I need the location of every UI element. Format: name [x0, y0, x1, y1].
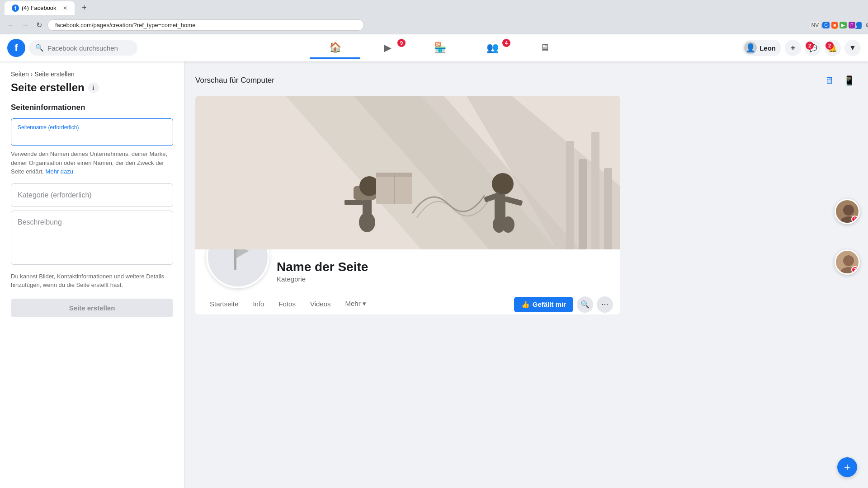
add-float-button[interactable]: +: [837, 457, 857, 477]
address-bar-icons: ☆ 🔒 NV G ■ ▶ P f ⚙ ⋮ 👤: [818, 21, 863, 30]
nav-watch[interactable]: ▶ 9: [362, 37, 413, 59]
plus-icon: +: [791, 43, 796, 53]
search-input[interactable]: [47, 44, 129, 52]
tab-title: (4) Facebook: [22, 5, 57, 11]
extension-icons: NV G ■ ▶ P f ⚙ ⋮: [842, 21, 851, 30]
preview-title: Vorschau für Computer: [195, 76, 274, 85]
description-field[interactable]: Beschreibung: [11, 211, 173, 265]
page-tabs: Startseite Info Fotos Videos Mehr ▾ 👍: [195, 294, 620, 314]
preview-header: Vorschau für Computer 🖥 📱: [195, 72, 857, 89]
watch-icon: ▶: [384, 42, 392, 54]
info-button[interactable]: ℹ: [88, 82, 99, 93]
add-float-icon: +: [844, 461, 850, 474]
ellipsis-icon: ···: [601, 300, 608, 309]
breadcrumb-pages-link[interactable]: Seiten: [11, 70, 29, 78]
user-name: Leon: [760, 44, 776, 52]
preview-page-name: Name der Seite: [277, 260, 368, 274]
user-profile-icon[interactable]: 👤: [854, 21, 863, 30]
page-details: Name der Seite Kategorie: [277, 260, 368, 288]
page-name-input[interactable]: [18, 132, 166, 140]
category-field[interactable]: Kategorie (erforderlich): [11, 183, 173, 207]
messenger-badge: 2: [806, 42, 814, 50]
address-input[interactable]: [47, 19, 364, 31]
floating-sidebar: 1 2: [831, 195, 863, 278]
nav-gaming[interactable]: 🖥: [519, 37, 570, 59]
search-bar[interactable]: 🔍: [29, 40, 137, 56]
menu-button[interactable]: ▼: [844, 40, 861, 56]
nav-marketplace[interactable]: 🏪: [415, 37, 465, 59]
search-tab-icon: 🔍: [580, 300, 590, 309]
float-badge-2: 2: [851, 266, 859, 273]
desktop-preview-btn[interactable]: 🖥: [821, 72, 837, 89]
gaming-icon: 🖥: [540, 42, 550, 54]
nav-groups[interactable]: 👥 4: [467, 37, 518, 59]
float-avatar-1[interactable]: 1: [835, 199, 860, 224]
preview-card: Name der Seite Kategorie Startseite Info…: [195, 96, 620, 314]
page-info-section: Name der Seite Kategorie: [195, 249, 620, 288]
bottom-hint: Du kannst Bilder, Kontaktinformationen u…: [11, 272, 173, 290]
refresh-button[interactable]: ↻: [34, 19, 44, 31]
svg-point-12: [492, 173, 514, 195]
cover-photo: [195, 96, 620, 249]
nav-right: 👤 Leon + 💬 2 🔔 2 ▼: [742, 40, 861, 56]
tab-startseite[interactable]: Startseite: [203, 295, 245, 314]
page-title: Seite erstellen: [11, 81, 85, 94]
facebook-navbar: f 🔍 🏠 ▶ 9 🏪 👥 4 🖥 👤: [0, 34, 868, 61]
hint-text: Verwende den Namen deines Unternehmens, …: [11, 150, 173, 176]
facebook-logo[interactable]: f: [7, 39, 25, 57]
home-icon: 🏠: [329, 42, 341, 53]
messenger-button[interactable]: 💬 2: [805, 40, 821, 56]
breadcrumb-current: Seite erstellen: [34, 70, 75, 78]
preview-toggle: 🖥 📱: [821, 72, 857, 89]
thumbs-up-icon: 👍: [521, 300, 530, 309]
category-placeholder: Kategorie (erforderlich): [18, 191, 92, 199]
info-icon: ℹ: [92, 84, 94, 91]
float-avatar-2[interactable]: 2: [835, 249, 860, 275]
nav-home[interactable]: 🏠: [310, 37, 360, 59]
page-name-label: Seitenname (erforderlich): [18, 124, 166, 131]
more-tab-button[interactable]: ···: [597, 296, 613, 313]
tab-favicon: f: [12, 5, 19, 12]
user-avatar: 👤: [744, 42, 757, 54]
groups-icon: 👥: [486, 42, 499, 54]
search-icon: 🔍: [35, 44, 44, 52]
user-menu-button[interactable]: 👤 Leon: [742, 40, 781, 56]
svg-rect-18: [566, 141, 574, 249]
svg-rect-20: [591, 132, 599, 249]
watch-badge: 9: [397, 39, 406, 47]
hint-link[interactable]: Mehr dazu: [46, 168, 73, 175]
svg-point-24: [843, 205, 854, 216]
browser-tab[interactable]: f (4) Facebook ✕: [5, 1, 75, 15]
notifications-button[interactable]: 🔔 2: [825, 40, 841, 56]
back-button[interactable]: ←: [5, 19, 16, 31]
chevron-down-icon: ▼: [849, 44, 856, 52]
mobile-preview-btn[interactable]: 📱: [841, 72, 857, 89]
cover-illustration: [195, 96, 620, 249]
right-panel: Vorschau für Computer 🖥 📱: [184, 61, 868, 488]
page-title-row: Seite erstellen ℹ: [11, 81, 173, 94]
notifications-badge: 2: [826, 42, 834, 50]
svg-rect-19: [579, 159, 587, 249]
tab-fotos[interactable]: Fotos: [271, 295, 303, 314]
tab-close-btn[interactable]: ✕: [63, 5, 67, 11]
breadcrumb: Seiten › Seite erstellen: [11, 70, 173, 78]
search-tab-button[interactable]: 🔍: [577, 296, 593, 313]
nav-center: 🏠 ▶ 9 🏪 👥 4 🖥: [310, 37, 570, 59]
svg-rect-21: [604, 168, 612, 249]
page-name-field[interactable]: Seitenname (erforderlich): [11, 118, 173, 146]
like-button[interactable]: 👍 Gefällt mir: [514, 297, 573, 312]
create-page-button[interactable]: Seite erstellen: [11, 299, 173, 317]
marketplace-icon: 🏪: [434, 42, 446, 54]
left-panel: Seiten › Seite erstellen Seite erstellen…: [0, 61, 184, 488]
browser-chrome: f (4) Facebook ✕ +: [0, 0, 868, 16]
new-tab-button[interactable]: +: [78, 2, 91, 14]
section-title: Seiteninformationen: [11, 103, 173, 112]
float-badge-1: 1: [851, 216, 859, 223]
add-button[interactable]: +: [785, 40, 801, 56]
svg-point-26: [843, 255, 854, 266]
tab-mehr[interactable]: Mehr ▾: [338, 294, 373, 314]
forward-button[interactable]: →: [20, 19, 31, 31]
tab-videos[interactable]: Videos: [303, 295, 338, 314]
groups-badge: 4: [502, 39, 510, 47]
tab-info[interactable]: Info: [245, 295, 271, 314]
